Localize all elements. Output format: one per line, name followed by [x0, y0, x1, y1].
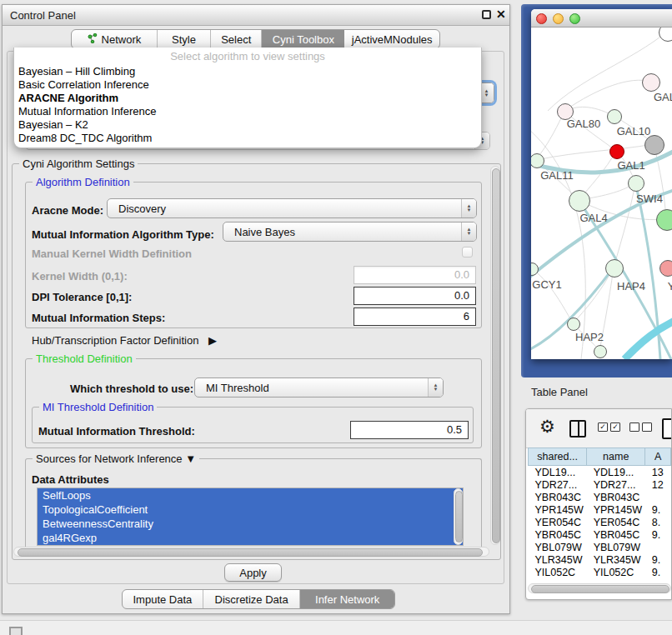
aracne-mode-label: Aracne Mode:	[32, 204, 103, 217]
mi-threshold-field[interactable]: 0.5	[350, 421, 469, 439]
float-window-icon[interactable]	[482, 10, 491, 19]
cyni-mode-tab-bar: Impute Data Discretize Data Infer Networ…	[122, 589, 395, 609]
node-bright-green[interactable]	[656, 209, 672, 231]
table-row[interactable]: YBR043CYBR043C	[529, 491, 671, 503]
node-label-gal1: GAL1	[617, 159, 644, 172]
dropdown-item-mutual-information[interactable]: Mutual Information Inference	[14, 105, 481, 118]
settings-vertical-scrollbar[interactable]	[490, 166, 500, 545]
gear-icon[interactable]: ⚙	[539, 417, 555, 437]
apply-button[interactable]: Apply	[224, 563, 282, 582]
attribute-gal4rgexp[interactable]: gal4RGexp	[38, 531, 463, 545]
aracne-mode-combo[interactable]: Discovery ▲▼	[107, 198, 477, 218]
algorithm-dropdown: Select algorithm to view settings Bayesi…	[13, 48, 482, 148]
control-panel-titlebar[interactable]	[3, 5, 509, 26]
split-columns-icon[interactable]	[569, 420, 586, 438]
table-row[interactable]: YDR27...YDR27...12	[529, 478, 671, 491]
cyni-settings-title: Cyni Algorithm Settings	[19, 158, 138, 170]
threshold-definition-title: Threshold Definition	[33, 352, 136, 365]
panel-tab-bar: Network Style Select Cyni Toolbox jActiv…	[71, 29, 440, 49]
unchecked-checkbox-icon[interactable]	[642, 422, 652, 432]
node-table: shared... name A YDL19...YDL19...13 YDR2…	[528, 448, 671, 578]
mi-threshold-label: Mutual Information Threshold:	[38, 425, 195, 438]
node-hap4[interactable]	[605, 259, 624, 278]
manual-kernel-width-checkbox[interactable]	[462, 247, 473, 258]
hub-section-toggle[interactable]: Hub/Transcription Factor Definition ▶	[32, 334, 217, 347]
unchecked-checkbox-icon[interactable]	[629, 422, 639, 432]
node-gal4[interactable]	[569, 190, 590, 212]
status-icon[interactable]	[9, 627, 23, 635]
checked-checkbox-icon[interactable]: ✓	[598, 422, 608, 432]
scrollbar-thumb[interactable]	[492, 168, 500, 543]
table-row[interactable]: YPR145WYPR145W9.	[529, 503, 671, 516]
attributes-vertical-scrollbar[interactable]	[454, 488, 463, 545]
dropdown-item-dream8[interactable]: Dream8 DC_TDC Algorithm	[14, 132, 481, 145]
mi-threshold-definition-title: MI Threshold Definition	[39, 401, 157, 413]
node-swi4[interactable]	[628, 175, 644, 192]
column-header-shared[interactable]: shared...	[529, 448, 587, 466]
mi-algorithm-type-combo[interactable]: Naive Bayes ▲▼	[223, 222, 477, 242]
node-label-gcy1: GCY1	[532, 278, 561, 291]
node-hap2[interactable]	[567, 318, 580, 331]
tab-jactivemnodules[interactable]: jActiveMNodules	[344, 30, 439, 48]
node-gal10[interactable]	[607, 109, 622, 124]
attribute-selfloops[interactable]: SelfLoops	[38, 488, 463, 502]
tab-network[interactable]: Network	[72, 30, 158, 48]
dropdown-item-bayesian-k2[interactable]: Bayesian – K2	[14, 118, 481, 132]
zoom-traffic-light-icon[interactable]	[569, 13, 580, 24]
attribute-betweennesscentrality[interactable]: BetweennessCentrality	[38, 517, 463, 531]
column-header-name[interactable]: name	[587, 448, 645, 466]
attribute-topologicalcoefficient[interactable]: TopologicalCoefficient	[38, 502, 463, 517]
node-gal1-selected[interactable]	[609, 144, 624, 159]
scrollbar-thumb[interactable]	[18, 548, 483, 557]
table-row[interactable]: YLR345WYLR345W9.	[529, 553, 671, 566]
dpi-tolerance-field[interactable]: 0.0	[354, 287, 476, 305]
table-panel-window: ⚙ ✓ ✓ shared... name A YDL19...YDL19...1…	[525, 408, 672, 600]
kernel-width-label: Kernel Width (0,1):	[32, 270, 128, 282]
close-icon[interactable]: ✕	[496, 8, 506, 21]
close-traffic-light-icon[interactable]	[536, 13, 547, 24]
network-canvas[interactable]: GAL GAL80 GAL10 GAL1 GAL11 SWI4 GAL4 GCY…	[531, 28, 672, 359]
node-salmon[interactable]	[659, 260, 672, 277]
table-row[interactable]: YBL079WYBL079W	[529, 541, 671, 553]
mi-algorithm-type-label: Mutual Information Algorithm Type:	[32, 228, 214, 241]
scrollbar-thumb[interactable]	[531, 585, 669, 593]
stepper-arrows-icon: ▲▼	[461, 199, 476, 218]
tab-select[interactable]: Select	[211, 30, 262, 48]
which-threshold-combo[interactable]: MI Threshold ▲▼	[194, 378, 444, 398]
checked-checkbox-icon[interactable]: ✓	[610, 422, 620, 432]
chevron-right-icon: ▶	[208, 334, 217, 347]
dropdown-item-bayesian-hill[interactable]: Bayesian – Hill Climbing	[14, 65, 481, 78]
tab-impute-data[interactable]: Impute Data	[123, 590, 203, 608]
tab-discretize-data[interactable]: Discretize Data	[203, 590, 301, 608]
node-gal-partial[interactable]	[642, 73, 660, 92]
document-icon[interactable]	[662, 418, 672, 439]
sources-title[interactable]: Sources for Network Inference ▼	[33, 452, 199, 465]
minimize-traffic-light-icon[interactable]	[553, 13, 564, 24]
network-titlebar[interactable]	[531, 9, 672, 28]
app-screen: Control Panel ✕ Network Style Select Cyn…	[0, 0, 672, 635]
table-row[interactable]: YER054CYER054C8.	[529, 516, 671, 528]
chevron-down-icon: ▼	[185, 452, 196, 465]
node-bottom[interactable]	[594, 345, 607, 358]
column-header-partial[interactable]: A	[645, 448, 671, 466]
algorithm-definition-title: Algorithm Definition	[33, 176, 133, 188]
tab-cyni-toolbox[interactable]: Cyni Toolbox	[262, 30, 344, 48]
mi-steps-field[interactable]: 6	[354, 308, 476, 326]
dropdown-item-aracne[interactable]: ARACNE Algorithm	[14, 92, 481, 105]
node-gray[interactable]	[644, 135, 664, 155]
dropdown-item-basic-correlation[interactable]: Basic Correlation Inference	[14, 78, 481, 92]
tab-infer-network[interactable]: Infer Network	[300, 590, 394, 608]
tab-network-label: Network	[102, 33, 142, 46]
table-row[interactable]: YBR045CYBR045C9.	[529, 528, 671, 541]
kernel-width-field[interactable]: 0.0	[354, 266, 476, 284]
data-attributes-label: Data Attributes	[32, 473, 109, 486]
table-row[interactable]: YIL052CYIL052C9.	[529, 566, 671, 578]
node-label-gal11: GAL11	[540, 169, 574, 182]
stepper-arrows-icon: ▲▼	[461, 222, 476, 241]
table-horizontal-scrollbar[interactable]	[528, 583, 671, 593]
table-row[interactable]: YDL19...YDL19...13	[529, 466, 671, 479]
scrollbar-thumb[interactable]	[455, 491, 463, 542]
network-icon	[88, 33, 98, 46]
settings-horizontal-scrollbar[interactable]	[13, 547, 489, 557]
tab-style[interactable]: Style	[158, 30, 211, 48]
